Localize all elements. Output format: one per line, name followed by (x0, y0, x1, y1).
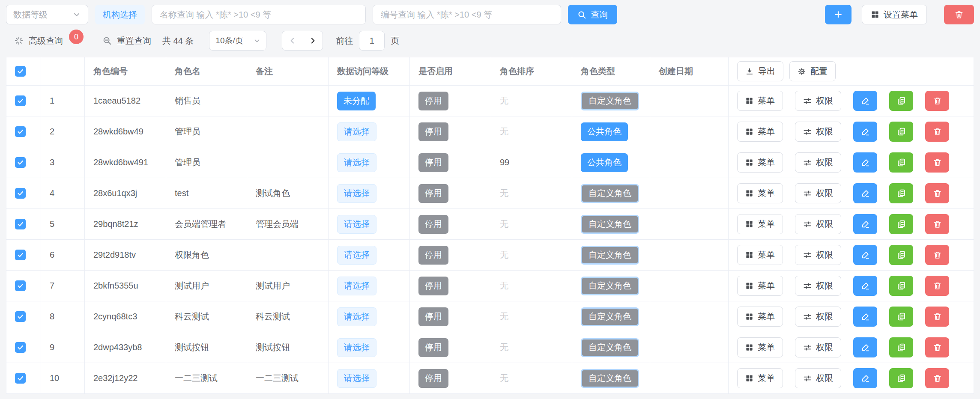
data-level-select[interactable]: 数据等级 (6, 5, 88, 24)
access-level-button[interactable]: 请选择 (337, 246, 376, 265)
row-permission-button[interactable]: 权限 (795, 122, 841, 142)
org-select-button[interactable]: 机构选择 (95, 5, 145, 24)
query-button[interactable]: 查询 (568, 5, 617, 24)
row-menu-button[interactable]: 菜单 (737, 152, 783, 173)
enabled-toggle-button[interactable]: 停用 (418, 307, 448, 326)
row-checkbox[interactable] (15, 126, 26, 137)
access-level-button[interactable]: 请选择 (337, 122, 376, 141)
enabled-toggle-button[interactable]: 停用 (418, 215, 448, 234)
edit-button[interactable] (853, 122, 877, 142)
delete-button[interactable] (925, 214, 949, 234)
row-permission-button[interactable]: 权限 (795, 276, 841, 296)
edit-button[interactable] (853, 152, 877, 173)
row-permission-button[interactable]: 权限 (795, 368, 841, 388)
enabled-toggle-button[interactable]: 停用 (418, 369, 448, 388)
enabled-toggle-button[interactable]: 停用 (418, 153, 448, 172)
access-level-button[interactable]: 请选择 (337, 338, 376, 357)
row-checkbox[interactable] (15, 219, 26, 229)
row-permission-button[interactable]: 权限 (795, 245, 841, 265)
export-button[interactable]: 导出 (737, 61, 783, 81)
copy-button[interactable] (889, 152, 913, 173)
access-level-button[interactable]: 请选择 (337, 184, 376, 203)
row-permission-button[interactable]: 权限 (795, 152, 841, 173)
row-permission-button[interactable]: 权限 (795, 183, 841, 203)
row-permission-button[interactable]: 权限 (795, 307, 841, 327)
delete-button[interactable] (925, 245, 949, 265)
access-level-button[interactable]: 请选择 (337, 153, 376, 172)
edit-button[interactable] (853, 276, 877, 296)
delete-button[interactable] (925, 122, 949, 142)
role-name: 测试用户 (166, 271, 247, 301)
access-level-button[interactable]: 请选择 (337, 215, 376, 234)
copy-button[interactable] (889, 245, 913, 265)
enabled-toggle-button[interactable]: 停用 (418, 246, 448, 265)
enabled-toggle-button[interactable]: 停用 (418, 338, 448, 357)
table-body: 1 1caeau5182 销售员 未分配 停用 无 自定义角色 菜单 权限 (6, 86, 974, 394)
row-menu-button[interactable]: 菜单 (737, 368, 783, 388)
row-menu-button[interactable]: 菜单 (737, 307, 783, 327)
delete-button[interactable] (925, 183, 949, 203)
delete-button[interactable] (925, 91, 949, 111)
page-size-select[interactable]: 10条/页 (209, 31, 266, 51)
copy-button[interactable] (889, 183, 913, 203)
reset-query-button[interactable]: 重置查询 (102, 35, 151, 47)
row-menu-button[interactable]: 菜单 (737, 183, 783, 203)
select-all-checkbox[interactable] (15, 66, 26, 77)
prev-page-button[interactable] (288, 36, 297, 45)
edit-button[interactable] (853, 91, 877, 111)
row-menu-button[interactable]: 菜单 (737, 122, 783, 142)
next-page-button[interactable] (308, 36, 317, 45)
copy-button[interactable] (889, 337, 913, 357)
goto-page-input[interactable] (359, 31, 385, 51)
access-level-button[interactable]: 请选择 (337, 369, 376, 388)
row-checkbox[interactable] (15, 188, 26, 199)
access-level-button[interactable]: 请选择 (337, 277, 376, 295)
add-button[interactable]: + (825, 5, 852, 24)
row-checkbox[interactable] (15, 311, 26, 322)
row-permission-button[interactable]: 权限 (795, 91, 841, 111)
access-level-button[interactable]: 未分配 (337, 92, 376, 110)
copy-button[interactable] (889, 122, 913, 142)
delete-button[interactable] (925, 368, 949, 388)
edit-button[interactable] (853, 183, 877, 203)
name-search-input[interactable] (152, 5, 366, 24)
row-checkbox[interactable] (15, 342, 26, 353)
menu-setup-button[interactable]: 设置菜单 (862, 5, 927, 24)
row-menu-button[interactable]: 菜单 (737, 214, 783, 234)
enabled-toggle-button[interactable]: 停用 (418, 122, 448, 141)
copy-button[interactable] (889, 368, 913, 388)
edit-button[interactable] (853, 368, 877, 388)
enabled-toggle-button[interactable]: 停用 (418, 184, 448, 203)
row-checkbox[interactable] (15, 157, 26, 168)
copy-button[interactable] (889, 276, 913, 296)
row-checkbox[interactable] (15, 250, 26, 260)
advanced-query-button[interactable]: 高级查询 0 (14, 35, 84, 47)
row-menu-button[interactable]: 菜单 (737, 245, 783, 265)
row-permission-button[interactable]: 权限 (795, 337, 841, 357)
copy-button[interactable] (889, 91, 913, 111)
access-level-button[interactable]: 请选择 (337, 307, 376, 326)
enabled-toggle-button[interactable]: 停用 (418, 92, 448, 110)
copy-button[interactable] (889, 214, 913, 234)
delete-button[interactable] (925, 337, 949, 357)
edit-button[interactable] (853, 245, 877, 265)
edit-button[interactable] (853, 337, 877, 357)
enabled-toggle-button[interactable]: 停用 (418, 277, 448, 295)
row-checkbox[interactable] (15, 280, 26, 291)
batch-delete-button[interactable] (944, 5, 974, 24)
row-permission-button[interactable]: 权限 (795, 214, 841, 234)
edit-button[interactable] (853, 307, 877, 327)
row-menu-label: 菜单 (758, 311, 775, 322)
row-checkbox[interactable] (15, 373, 26, 384)
row-menu-button[interactable]: 菜单 (737, 337, 783, 357)
row-menu-button[interactable]: 菜单 (737, 276, 783, 296)
delete-button[interactable] (925, 307, 949, 327)
edit-button[interactable] (853, 214, 877, 234)
copy-button[interactable] (889, 307, 913, 327)
code-search-input[interactable] (373, 5, 561, 24)
config-button[interactable]: 配置 (789, 61, 836, 81)
delete-button[interactable] (925, 152, 949, 173)
row-checkbox[interactable] (15, 95, 26, 106)
row-menu-button[interactable]: 菜单 (737, 91, 783, 111)
delete-button[interactable] (925, 276, 949, 296)
